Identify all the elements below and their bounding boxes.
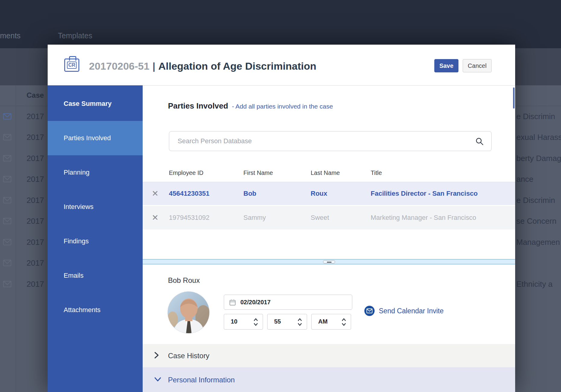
case-number-fragment: 2017 — [27, 258, 44, 268]
sidebar-item-parties-involved[interactable]: Parties Involved — [48, 121, 143, 155]
case-type-fragment: e Discrimin — [516, 112, 561, 121]
save-button[interactable]: Save — [434, 59, 458, 72]
remove-party-icon[interactable]: ✕ — [152, 190, 159, 198]
parties-table-header: Employee ID First Name Last Name Title — [143, 165, 515, 182]
mail-icon — [3, 155, 11, 162]
sidebar-item-emails[interactable]: Emails — [48, 258, 143, 293]
splitter-drag-handle[interactable] — [323, 260, 335, 264]
sidebar-item-findings[interactable]: Findings — [48, 224, 143, 258]
minute-stepper[interactable]: 55 — [267, 314, 307, 330]
sidebar-item-attachments[interactable]: Attachments — [48, 293, 143, 327]
employee-id-cell: 45641230351 — [169, 190, 210, 198]
case-number-fragment: 2017 — [27, 280, 44, 289]
parties-involved-heading: Parties Involved — [168, 101, 228, 110]
mail-icon — [3, 134, 11, 141]
case-type-fragment: se Concern — [516, 217, 561, 226]
column-header-title: Title — [371, 169, 382, 176]
first-name-cell: Bob — [243, 190, 256, 198]
stepper-arrows-icon[interactable] — [342, 318, 346, 326]
section-label: Personal Information — [168, 376, 235, 384]
modal-content: Parties Involved - Add all parties invol… — [143, 85, 515, 392]
mail-icon — [3, 176, 11, 182]
cancel-button[interactable]: Cancel — [463, 59, 492, 72]
date-input[interactable] — [240, 295, 349, 309]
pane-splitter[interactable] — [143, 259, 515, 264]
selected-person-name: Bob Roux — [168, 276, 200, 285]
mail-icon — [3, 113, 11, 120]
sidebar-item-interviews[interactable]: Interviews — [48, 190, 143, 224]
parties-involved-subheading: - Add all parties involved in the case — [232, 103, 333, 110]
mail-icon — [3, 260, 11, 266]
case-type-fragment: ance — [516, 175, 561, 184]
section-case-history[interactable]: Case History — [143, 344, 515, 367]
nav-item-partial: ments — [0, 31, 21, 40]
case-type-fragment: berty Damag — [516, 154, 561, 163]
case-type-fragment: Ethnicity a — [516, 280, 561, 289]
case-number-fragment: 2017 — [27, 154, 44, 163]
hour-stepper[interactable]: 10 — [224, 314, 263, 330]
stepper-arrows-icon[interactable] — [298, 318, 302, 326]
mail-icon — [3, 281, 11, 287]
modal-title: 20170206-51|Allegation of Age Discrimina… — [89, 60, 316, 72]
modal-header: CR 20170206-51|Allegation of Age Discrim… — [48, 45, 515, 85]
modal-sidebar: Case Summary Parties Involved Planning I… — [48, 85, 143, 392]
case-number-fragment: 2017 — [27, 133, 44, 142]
section-heading: Parties Involved - Add all parties invol… — [168, 101, 333, 111]
search-icon[interactable] — [476, 138, 483, 145]
party-row-selected[interactable]: ✕ 45641230351 Bob Roux Facilities Direct… — [143, 182, 515, 205]
calendar-icon — [229, 299, 236, 306]
case-record-badge-icon: CR — [64, 58, 79, 72]
avatar — [167, 291, 210, 334]
first-name-cell: Sammy — [243, 214, 266, 222]
meridiem-stepper[interactable]: AM — [311, 314, 351, 330]
send-calendar-invite-link[interactable]: Send Calendar Invite — [364, 306, 444, 316]
background-navbar: ments Templates — [0, 0, 561, 48]
avatar-photo — [168, 292, 210, 334]
title-separator: | — [149, 60, 158, 72]
title-cell: Facilities Director - San Francisco — [371, 190, 478, 198]
case-number-fragment: 2017 — [27, 112, 44, 121]
case-id: 20170206-51 — [89, 60, 149, 72]
stepper-arrows-icon[interactable] — [254, 318, 258, 326]
search-input[interactable] — [178, 131, 473, 151]
minute-value: 55 — [274, 318, 281, 325]
case-number-fragment: 2017 — [27, 196, 44, 205]
case-type-fragment: Managemen — [516, 238, 561, 247]
section-personal-information[interactable]: Personal Information — [143, 367, 515, 392]
mail-icon — [3, 239, 11, 245]
send-calendar-invite-label: Send Calendar Invite — [379, 307, 444, 315]
hour-value: 10 — [231, 318, 237, 325]
last-name-cell: Roux — [311, 190, 327, 198]
case-number-fragment: 2017 — [27, 217, 44, 226]
sidebar-item-case-summary[interactable]: Case Summary — [48, 87, 143, 121]
column-header-first-name: First Name — [243, 169, 273, 176]
case-number-fragment: 2017 — [27, 175, 44, 184]
chevron-right-icon — [154, 352, 159, 360]
person-search — [169, 131, 492, 151]
interview-date-field — [224, 295, 352, 310]
case-type-fragment: e Discrimin — [516, 196, 561, 205]
last-name-cell: Sweet — [311, 214, 329, 222]
section-label: Case History — [168, 352, 209, 360]
mail-icon — [3, 197, 11, 204]
content-scrollbar-thumb[interactable] — [513, 87, 515, 109]
mail-invite-icon — [364, 306, 375, 316]
employee-id-cell: 19794531092 — [169, 214, 210, 222]
nav-item-templates: Templates — [58, 31, 92, 40]
sidebar-item-planning[interactable]: Planning — [48, 155, 143, 190]
column-header-last-name: Last Name — [311, 169, 340, 176]
remove-party-icon[interactable]: ✕ — [152, 214, 159, 222]
party-row[interactable]: ✕ 19794531092 Sammy Sweet Marketing Mana… — [143, 206, 515, 229]
case-title: Allegation of Age Discrimination — [158, 60, 316, 72]
column-header-employee-id: Employee ID — [169, 169, 204, 176]
chevron-down-icon — [154, 377, 161, 383]
background-case-column-header: Case — [27, 91, 44, 100]
case-modal: CR 20170206-51|Allegation of Age Discrim… — [48, 45, 515, 392]
meridiem-value: AM — [318, 318, 328, 325]
mail-icon — [3, 218, 11, 224]
case-number-fragment: 2017 — [27, 238, 44, 247]
case-type-fragment: exual Harass — [516, 133, 561, 142]
title-cell: Marketing Manager - San Francisco — [371, 214, 476, 222]
